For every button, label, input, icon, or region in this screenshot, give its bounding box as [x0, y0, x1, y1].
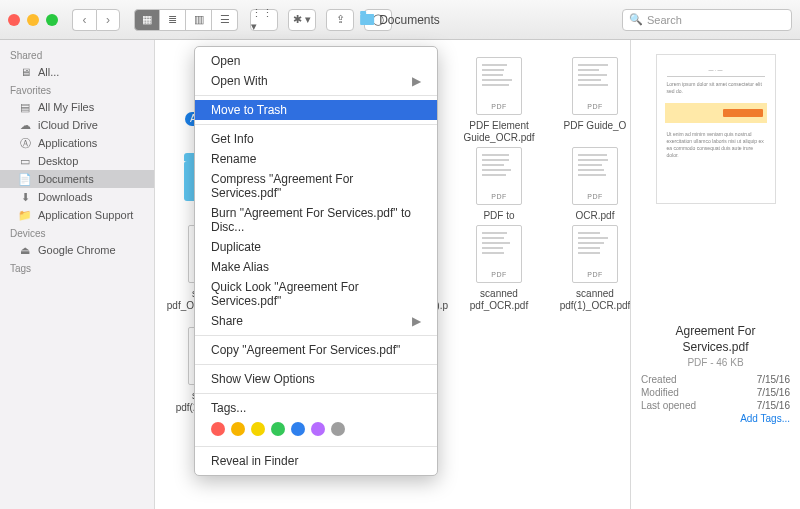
- column-view-button[interactable]: ▥: [186, 9, 212, 31]
- menu-item-label: Tags...: [211, 401, 246, 415]
- menu-separator: [195, 335, 437, 336]
- search-field[interactable]: 🔍 Search: [622, 9, 792, 31]
- sidebar: Shared🖥All...Favorites▤All My Files☁iClo…: [0, 40, 155, 509]
- preview-kind: PDF - 46 KB: [687, 357, 743, 368]
- menu-item[interactable]: Show View Options: [195, 369, 437, 389]
- tag-color[interactable]: [311, 422, 325, 436]
- menu-item-label: Duplicate: [211, 240, 261, 254]
- menu-item-label: Burn "Agreement For Services.pdf" to Dis…: [211, 206, 421, 234]
- preview-meta-row: Modified7/15/16: [641, 387, 790, 398]
- tag-color[interactable]: [331, 422, 345, 436]
- file-label: scanned pdf(1)_OCR.pdf: [549, 288, 630, 312]
- menu-item-label: Copy "Agreement For Services.pdf": [211, 343, 400, 357]
- tag-color[interactable]: [251, 422, 265, 436]
- menu-item[interactable]: Reveal in Finder: [195, 451, 437, 471]
- minimize-icon[interactable]: [27, 14, 39, 26]
- menu-item-label: Show View Options: [211, 372, 315, 386]
- menu-item[interactable]: Move to Trash: [195, 100, 437, 120]
- desktop-icon: ▭: [18, 155, 32, 167]
- document-icon: PDF: [469, 146, 529, 206]
- action-button[interactable]: ✱ ▾: [288, 9, 316, 31]
- documents-icon: 📄: [18, 173, 32, 185]
- sidebar-item-label: All...: [38, 66, 59, 78]
- preview-thumbnail: — · — Lorem ipsum dolor sit amet consect…: [656, 54, 776, 204]
- menu-item[interactable]: Get Info: [195, 129, 437, 149]
- sidebar-heading: Tags: [0, 259, 154, 276]
- sidebar-item[interactable]: 📁Application Support: [0, 206, 154, 224]
- document-icon: PDF: [565, 146, 625, 206]
- sidebar-item-label: Application Support: [38, 209, 133, 221]
- file-item[interactable]: PDFPDF to: [451, 146, 547, 222]
- preview-meta-value: 7/15/16: [757, 387, 790, 398]
- file-label: PDF Element Guide_OCR.pdf: [453, 120, 545, 144]
- file-item[interactable]: PDFPDF Guide_O: [547, 56, 630, 144]
- preview-meta-row: Last opened7/15/16: [641, 400, 790, 411]
- sidebar-item[interactable]: ⬇Downloads: [0, 188, 154, 206]
- menu-separator: [195, 95, 437, 96]
- sidebar-item[interactable]: ☁iCloud Drive: [0, 116, 154, 134]
- menu-item[interactable]: Share▶: [195, 311, 437, 331]
- menu-item[interactable]: Compress "Agreement For Services.pdf": [195, 169, 437, 203]
- menu-item-label: Open With: [211, 74, 268, 88]
- tag-color[interactable]: [271, 422, 285, 436]
- sidebar-item[interactable]: 🖥All...: [0, 63, 154, 81]
- window-controls: [8, 14, 58, 26]
- menu-item[interactable]: Rename: [195, 149, 437, 169]
- tag-color[interactable]: [211, 422, 225, 436]
- menu-item[interactable]: Burn "Agreement For Services.pdf" to Dis…: [195, 203, 437, 237]
- file-item[interactable]: PDFscanned pdf_OCR.pdf: [451, 224, 547, 324]
- sidebar-item[interactable]: ▤All My Files: [0, 98, 154, 116]
- menu-item-label: Make Alias: [211, 260, 269, 274]
- all-files-icon: ▤: [18, 101, 32, 113]
- menu-item[interactable]: Open: [195, 51, 437, 71]
- sidebar-item-label: iCloud Drive: [38, 119, 98, 131]
- submenu-arrow-icon: ▶: [412, 74, 421, 88]
- file-item[interactable]: PDFscanned pdf(1)_OCR.pdf: [547, 224, 630, 324]
- folder-icon: 📁: [18, 209, 32, 221]
- icon-view-button[interactable]: ▦: [134, 9, 160, 31]
- document-icon: PDF: [565, 224, 625, 284]
- cloud-icon: ☁: [18, 119, 32, 131]
- back-button[interactable]: ‹: [72, 9, 96, 31]
- search-icon: 🔍: [629, 13, 643, 26]
- menu-item[interactable]: Make Alias: [195, 257, 437, 277]
- sidebar-item[interactable]: ⒶApplications: [0, 134, 154, 152]
- tag-color[interactable]: [231, 422, 245, 436]
- zoom-icon[interactable]: [46, 14, 58, 26]
- menu-item-label: Open: [211, 54, 240, 68]
- document-icon: PDF: [469, 56, 529, 116]
- file-label: PDF to: [483, 210, 514, 222]
- menu-separator: [195, 393, 437, 394]
- sidebar-item[interactable]: ▭Desktop: [0, 152, 154, 170]
- sidebar-item-label: Documents: [38, 173, 94, 185]
- arrange-button[interactable]: ⋮⋮ ▾: [250, 9, 278, 31]
- file-label: OCR.pdf: [576, 210, 615, 222]
- preview-meta-value: 7/15/16: [757, 374, 790, 385]
- menu-item[interactable]: Open With▶: [195, 71, 437, 91]
- network-icon: 🖥: [18, 66, 32, 78]
- preview-meta-row: Created7/15/16: [641, 374, 790, 385]
- sidebar-item-label: All My Files: [38, 101, 94, 113]
- file-item[interactable]: PDFPDF Element Guide_OCR.pdf: [451, 56, 547, 144]
- forward-button[interactable]: ›: [96, 9, 120, 31]
- menu-item[interactable]: Tags...: [195, 398, 437, 418]
- menu-item[interactable]: Copy "Agreement For Services.pdf": [195, 340, 437, 360]
- sidebar-item[interactable]: ⏏Google Chrome: [0, 241, 154, 259]
- menu-item-label: Rename: [211, 152, 256, 166]
- sidebar-item-label: Downloads: [38, 191, 92, 203]
- sidebar-item[interactable]: 📄Documents: [0, 170, 154, 188]
- add-tags-link[interactable]: Add Tags...: [740, 413, 790, 424]
- tag-color[interactable]: [291, 422, 305, 436]
- list-view-button[interactable]: ≣: [160, 9, 186, 31]
- file-item[interactable]: PDFOCR.pdf: [547, 146, 630, 222]
- share-button[interactable]: ⇪: [326, 9, 354, 31]
- preview-title: Agreement For Services.pdf: [641, 324, 790, 355]
- preview-meta-key: Modified: [641, 387, 679, 398]
- menu-item[interactable]: Duplicate: [195, 237, 437, 257]
- menu-item-label: Compress "Agreement For Services.pdf": [211, 172, 421, 200]
- file-label: PDF Guide_O: [564, 120, 627, 132]
- file-label: scanned pdf_OCR.pdf: [453, 288, 545, 312]
- coverflow-view-button[interactable]: ☰: [212, 9, 238, 31]
- close-icon[interactable]: [8, 14, 20, 26]
- menu-item[interactable]: Quick Look "Agreement For Services.pdf": [195, 277, 437, 311]
